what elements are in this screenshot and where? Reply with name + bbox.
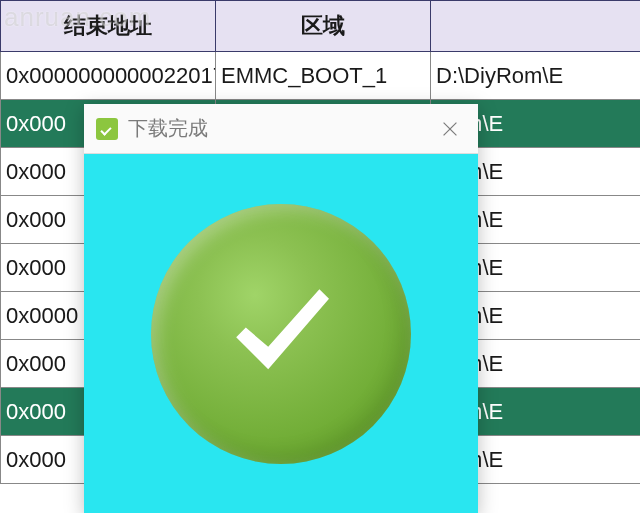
download-complete-dialog: 下载完成 <box>84 104 478 513</box>
x-icon <box>439 118 461 140</box>
table-header-row: 结束地址 区域 <box>1 1 641 52</box>
cell-region: EMMC_BOOT_1 <box>216 52 431 100</box>
cell-address: 0x0000000000022017 <box>1 52 216 100</box>
col-region[interactable]: 区域 <box>216 1 431 52</box>
success-icon <box>96 118 118 140</box>
checkmark-icon <box>201 254 361 414</box>
cell-path: D:\DiyRom\E <box>431 52 641 100</box>
close-icon[interactable] <box>434 113 466 145</box>
table-row[interactable]: 0x0000000000022017EMMC_BOOT_1D:\DiyRom\E <box>1 52 641 100</box>
dialog-titlebar: 下载完成 <box>84 104 478 154</box>
check-circle <box>151 204 411 464</box>
col-end-address[interactable]: 结束地址 <box>1 1 216 52</box>
dialog-title: 下载完成 <box>128 115 424 142</box>
dialog-body <box>84 154 478 513</box>
col-path[interactable] <box>431 1 641 52</box>
